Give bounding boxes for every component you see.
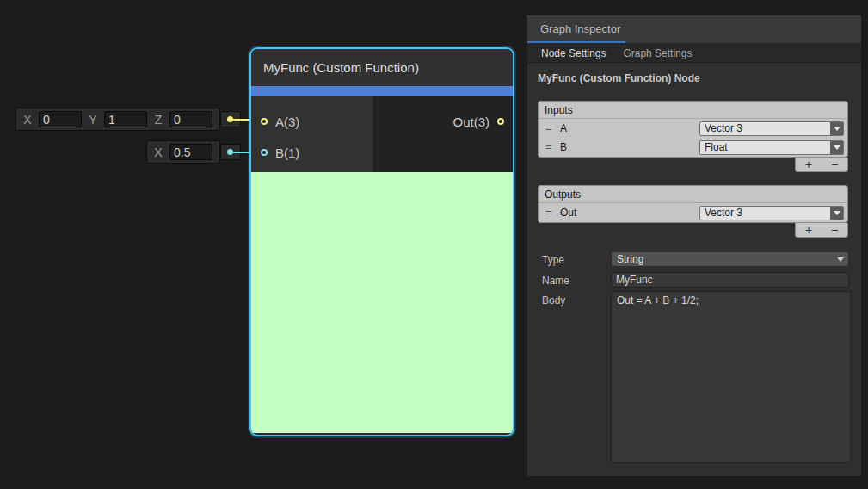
output-type-dropdown[interactable]: Vector 3	[699, 206, 844, 220]
float-value-field[interactable]	[169, 144, 212, 160]
input-b-type-dropdown[interactable]: Float	[699, 140, 844, 155]
y-drag-label[interactable]: Y	[89, 113, 97, 127]
x-drag-label[interactable]: X	[23, 113, 32, 127]
name-field[interactable]	[611, 272, 849, 288]
body-label: Body	[542, 294, 565, 306]
type-dropdown[interactable]: String	[611, 251, 849, 267]
tab-node-settings[interactable]: Node Settings	[532, 44, 614, 63]
tab-graph-settings[interactable]: Graph Settings	[614, 44, 700, 63]
node-input-port-area: A(3) B(1)	[251, 96, 374, 172]
chevron-down-icon	[830, 207, 843, 220]
output-name: Out	[560, 207, 576, 219]
port-b-connector-icon[interactable]	[261, 149, 268, 156]
inspector-title-underline	[527, 41, 625, 43]
port-b-label: B(1)	[275, 145, 299, 160]
type-label: Type	[542, 254, 564, 266]
node-accent-bar	[251, 86, 513, 96]
chevron-down-icon	[830, 141, 843, 154]
chevron-down-icon	[830, 122, 843, 135]
inputs-list: Inputs = A Vector 3 = B Float	[538, 101, 848, 158]
port-out-connector-icon[interactable]	[497, 118, 504, 125]
inputs-row-a[interactable]: = A Vector 3	[539, 119, 847, 138]
shader-graph-canvas[interactable]: X Y Z X MyFunc (Custom Function) A(3)	[0, 0, 868, 489]
drag-handle-icon[interactable]: =	[541, 141, 555, 153]
dropdown-value: Float	[705, 141, 728, 153]
inputs-list-footer: + −	[795, 158, 848, 172]
node-preview	[251, 172, 513, 433]
wire-dot-icon	[227, 149, 233, 155]
add-output-button[interactable]: +	[797, 224, 820, 237]
inputs-row-b[interactable]: = B Float	[539, 138, 847, 157]
outputs-row-out[interactable]: = Out Vector 3	[539, 203, 847, 222]
body-textarea[interactable]: Out = A + B + 1/2;	[611, 291, 851, 463]
inspector-title: Graph Inspector	[540, 22, 620, 35]
chevron-down-icon	[837, 257, 844, 262]
node-settings-heading: MyFunc (Custom Function) Node	[538, 72, 861, 84]
input-name: A	[560, 122, 567, 134]
remove-output-button[interactable]: −	[823, 224, 846, 237]
wire-dot-icon	[227, 116, 233, 122]
z-value-field[interactable]	[169, 111, 212, 127]
drag-handle-icon[interactable]: =	[541, 207, 555, 219]
graph-inspector-panel: Graph Inspector Node Settings Graph Sett…	[527, 15, 861, 476]
remove-input-button[interactable]: −	[823, 158, 846, 171]
float-input-widget: X	[146, 140, 220, 164]
y-value-field[interactable]	[104, 111, 147, 127]
port-a-connector-icon[interactable]	[261, 118, 268, 125]
port-a-label: A(3)	[275, 115, 299, 129]
x-drag-label[interactable]: X	[154, 145, 163, 159]
outputs-list-footer: + −	[795, 223, 848, 238]
add-input-button[interactable]: +	[797, 158, 820, 171]
port-b-row: B(1)	[261, 142, 299, 163]
x-value-field[interactable]	[39, 111, 82, 127]
z-drag-label[interactable]: Z	[154, 113, 163, 127]
node-title: MyFunc (Custom Function)	[263, 60, 419, 75]
dropdown-value: Vector 3	[705, 207, 742, 219]
input-a-type-dropdown[interactable]: Vector 3	[699, 121, 844, 136]
input-name: B	[560, 141, 567, 153]
dropdown-value: Vector 3	[705, 122, 742, 134]
name-label: Name	[542, 275, 569, 287]
outputs-list: Outputs = Out Vector 3	[538, 185, 848, 223]
dropdown-value: String	[617, 253, 643, 265]
node-output-port-area: Out(3)	[374, 96, 513, 172]
inspector-title-bar[interactable]: Graph Inspector	[527, 15, 861, 44]
inspector-tab-bar: Node Settings Graph Settings	[527, 44, 861, 63]
port-out-row: Out(3)	[452, 111, 504, 132]
node-header[interactable]: MyFunc (Custom Function)	[251, 49, 513, 86]
vector3-input-widget: X Y Z	[15, 108, 220, 131]
custom-function-node[interactable]: MyFunc (Custom Function) A(3) B(1) Out(3…	[249, 47, 514, 436]
outputs-list-title: Outputs	[539, 186, 847, 203]
inputs-list-title: Inputs	[539, 102, 847, 119]
port-a-row: A(3)	[261, 111, 299, 132]
drag-handle-icon[interactable]: =	[541, 122, 555, 134]
port-out-label: Out(3)	[452, 115, 489, 129]
